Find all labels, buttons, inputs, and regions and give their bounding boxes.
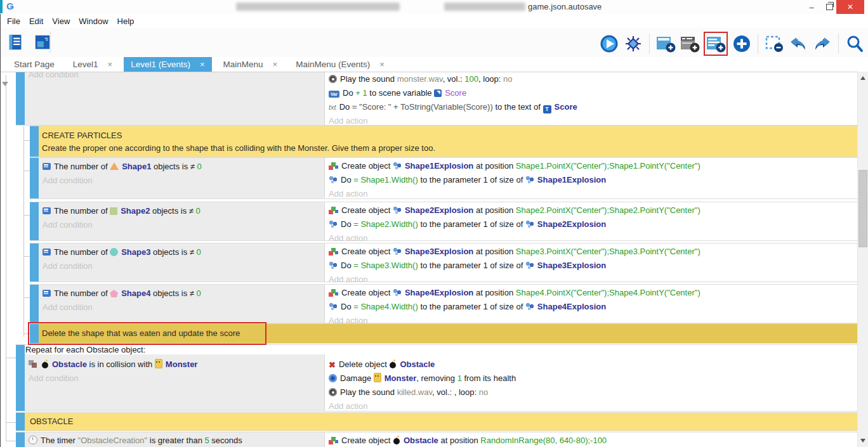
action-line[interactable]: Do = Shape1.Width() to the parameter 1 o… bbox=[329, 174, 606, 186]
event-handle[interactable] bbox=[30, 243, 39, 282]
condition-line[interactable]: The number of Shape3 objects is ≠ 0 bbox=[43, 246, 201, 259]
conditions-cell[interactable]: The number of Shape3 objects is ≠ 0 Add … bbox=[39, 243, 325, 282]
add-special-event-icon[interactable] bbox=[680, 34, 700, 54]
search-icon[interactable] bbox=[845, 34, 865, 54]
action-line[interactable]: Do = Shape2.Width() to the parameter 1 o… bbox=[329, 218, 606, 231]
action-line[interactable]: Create object Shape1Explosion at positio… bbox=[329, 160, 700, 172]
actions-cell[interactable]: Play the sound monster.wav, vol.: 100, l… bbox=[325, 72, 858, 125]
collapse-toggle-icon[interactable] bbox=[2, 82, 8, 86]
maximize-button[interactable] bbox=[821, 0, 838, 14]
add-condition-placeholder[interactable]: Add condition bbox=[29, 372, 79, 385]
action-line[interactable]: Create object Obstacle at position Rando… bbox=[329, 434, 607, 447]
scroll-up-icon[interactable] bbox=[860, 76, 865, 80]
tab-close-icon[interactable]: × bbox=[273, 60, 278, 69]
conditions-cell[interactable]: Add condition bbox=[25, 72, 325, 125]
add-event-circle-icon[interactable] bbox=[732, 34, 752, 54]
menu-window[interactable]: Window bbox=[77, 16, 109, 26]
menu-help[interactable]: Help bbox=[116, 16, 136, 26]
actions-cell[interactable]: Create object Shape2Explosion at positio… bbox=[325, 202, 858, 240]
comment-row[interactable]: OBSTACLE bbox=[16, 413, 858, 431]
action-line[interactable]: Create object Shape2Explosion at positio… bbox=[329, 204, 700, 217]
action-line[interactable]: Create object Shape4Explosion at positio… bbox=[329, 287, 700, 299]
project-manager-icon[interactable] bbox=[6, 32, 26, 53]
condition-line[interactable]: The number of Shape1 objects is ≠ 0 bbox=[43, 160, 202, 173]
scrollbar-thumb[interactable] bbox=[858, 170, 867, 247]
vertical-scrollbar[interactable] bbox=[857, 72, 868, 447]
action-line[interactable]: Damage Monster, removing 1 from its heal… bbox=[329, 372, 516, 385]
comment-block[interactable]: OBSTACLE bbox=[25, 413, 858, 431]
create-icon bbox=[329, 248, 338, 256]
menu-file[interactable]: File bbox=[6, 16, 22, 26]
action-line[interactable]: Do = Shape3.Width() to the parameter 1 o… bbox=[329, 259, 606, 272]
add-condition-placeholder[interactable]: Add condition bbox=[43, 219, 93, 231]
condition-line[interactable]: The timer "ObstacleCreation" is greater … bbox=[29, 434, 242, 447]
add-condition-placeholder[interactable]: Add condition bbox=[43, 174, 93, 187]
conditions-cell[interactable]: The timer "ObstacleCreation" is greater … bbox=[25, 432, 325, 447]
event-handle[interactable] bbox=[30, 202, 39, 240]
actions-cell[interactable]: Create object Obstacle at position Rando… bbox=[325, 432, 858, 447]
comment-row[interactable]: Delete the shape that was eaten and upda… bbox=[30, 324, 858, 343]
add-new-event-icon[interactable] bbox=[655, 34, 676, 54]
conditions-cell[interactable]: The number of Shape1 objects is ≠ 0 Add … bbox=[39, 158, 325, 198]
conditions-cell[interactable]: The number of Shape2 objects is ≠ 0 Add … bbox=[39, 202, 325, 240]
action-line[interactable]: Do = Shape4.Width() to the parameter 1 o… bbox=[329, 301, 606, 313]
repeat-header[interactable]: Repeat for each Obstacle object: bbox=[25, 345, 858, 354]
tab-level1-events[interactable]: Level1 (Events)× bbox=[124, 57, 211, 72]
add-action-placeholder[interactable]: Add action bbox=[329, 273, 367, 286]
add-condition-placeholder[interactable]: Add condition bbox=[43, 260, 93, 273]
debugger-bug-icon[interactable] bbox=[623, 34, 643, 54]
add-action-placeholder[interactable]: Add action bbox=[329, 115, 367, 127]
action-line[interactable]: Play the sound monster.wav, vol.: 100, l… bbox=[329, 73, 513, 86]
event-handle[interactable] bbox=[30, 158, 39, 198]
event-handle[interactable] bbox=[16, 413, 25, 431]
condition-line[interactable]: The number of Shape4 objects is ≠ 0 bbox=[43, 287, 201, 300]
tab-close-icon[interactable]: × bbox=[200, 60, 205, 69]
comment-block-selected[interactable]: Delete the shape that was eaten and upda… bbox=[39, 324, 858, 343]
tab-mainmenu[interactable]: MainMenu× bbox=[216, 57, 285, 72]
comment-row[interactable]: CREATE PARTICLES Create the proper one a… bbox=[30, 126, 858, 157]
actions-cell[interactable]: Create object Shape3Explosion at positio… bbox=[325, 243, 858, 282]
action-line[interactable]: ✖Delete object Obstacle bbox=[329, 358, 435, 371]
minimize-button[interactable]: – bbox=[803, 0, 820, 14]
restore-icon bbox=[826, 4, 833, 10]
action-line[interactable]: Play the sound killed.wav, vol.: , loop:… bbox=[329, 386, 488, 399]
event-handle[interactable] bbox=[16, 72, 25, 125]
condition-line[interactable]: The number of Shape2 objects is ≠ 0 bbox=[43, 205, 201, 217]
action-line[interactable]: VarDo + 1 to scene variable Score bbox=[329, 87, 466, 100]
event-handle[interactable] bbox=[30, 324, 39, 343]
action-line[interactable]: Create object Shape3Explosion at positio… bbox=[329, 245, 700, 258]
conditions-cell[interactable]: Obstacle is in collision with Monster Ad… bbox=[25, 354, 325, 411]
menu-edit[interactable]: Edit bbox=[28, 16, 44, 26]
close-button[interactable]: ✕ bbox=[836, 0, 864, 14]
comment-block[interactable]: CREATE PARTICLES Create the proper one a… bbox=[39, 126, 858, 157]
event-handle[interactable] bbox=[30, 126, 39, 157]
add-action-placeholder[interactable]: Add action bbox=[329, 400, 367, 413]
particles-icon bbox=[393, 288, 402, 297]
conditions-cell[interactable]: The number of Shape4 objects is ≠ 0 Add … bbox=[39, 285, 325, 323]
add-action-placeholder[interactable]: Add action bbox=[329, 232, 367, 245]
deselect-all-icon[interactable] bbox=[764, 34, 784, 54]
add-comment-event-icon[interactable] bbox=[706, 34, 726, 54]
tab-start-page[interactable]: Start Page bbox=[7, 57, 62, 72]
actions-cell[interactable]: ✖Delete object Obstacle Damage Monster, … bbox=[325, 354, 858, 411]
add-condition-placeholder[interactable]: Add condition bbox=[29, 72, 79, 81]
undo-icon[interactable] bbox=[788, 34, 808, 54]
event-handle[interactable] bbox=[30, 285, 39, 323]
actions-cell[interactable]: Create object Shape1Explosion at positio… bbox=[325, 158, 858, 198]
event-handle[interactable] bbox=[16, 345, 25, 411]
tree-line bbox=[23, 126, 24, 337]
tab-close-icon[interactable]: × bbox=[108, 60, 113, 69]
tab-mainmenu-events[interactable]: MainMenu (Events)× bbox=[289, 57, 391, 72]
action-line[interactable]: txtDo = "Score: " + ToString(Variable(Sc… bbox=[329, 101, 577, 113]
event-handle[interactable] bbox=[16, 432, 25, 447]
add-condition-placeholder[interactable]: Add condition bbox=[43, 301, 93, 314]
redo-icon[interactable] bbox=[812, 34, 832, 54]
add-action-placeholder[interactable]: Add action bbox=[329, 188, 367, 200]
tab-close-icon[interactable]: × bbox=[379, 60, 385, 69]
condition-line[interactable]: Obstacle is in collision with Monster bbox=[29, 358, 197, 371]
tab-level1[interactable]: Level1× bbox=[66, 57, 119, 72]
menu-view[interactable]: View bbox=[51, 16, 71, 26]
actions-cell[interactable]: Create object Shape4Explosion at positio… bbox=[325, 285, 858, 323]
play-icon[interactable] bbox=[599, 34, 619, 54]
scroll-down-icon[interactable] bbox=[860, 439, 865, 443]
